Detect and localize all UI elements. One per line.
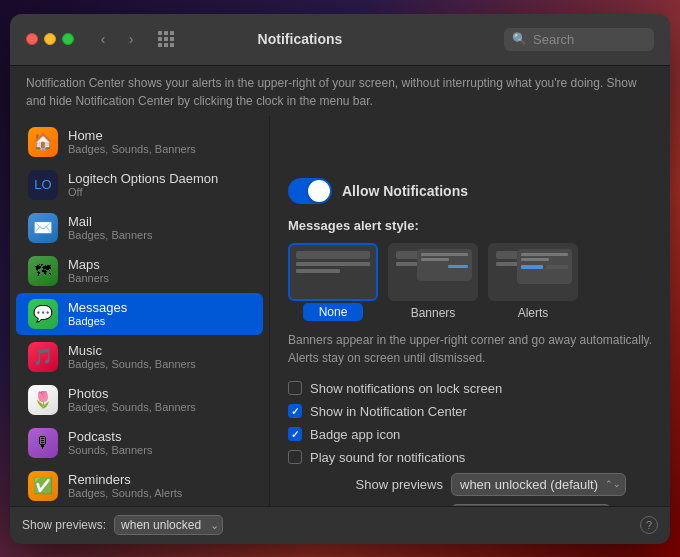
- sound-checkbox-row: Play sound for notifications: [288, 450, 652, 465]
- photos-app-info: Photos Badges, Sounds, Banners: [68, 386, 196, 413]
- search-icon: 🔍: [512, 32, 527, 46]
- sidebar-item-reminders[interactable]: ✅ Reminders Badges, Sounds, Alerts: [16, 465, 263, 506]
- music-app-subtitle: Badges, Sounds, Banners: [68, 358, 196, 370]
- alert-preview-alerts: [488, 243, 578, 301]
- alert-preview-banners: [388, 243, 478, 301]
- messages-app-name: Messages: [68, 300, 127, 315]
- alert-option-none[interactable]: None: [288, 243, 378, 321]
- none-selected-button[interactable]: None: [303, 303, 364, 321]
- show-previews-select[interactable]: always when unlocked (default) never: [451, 473, 626, 496]
- preview-bar: [296, 251, 370, 259]
- home-app-info: Home Badges, Sounds, Banners: [68, 128, 196, 155]
- sound-checkbox[interactable]: [288, 450, 302, 464]
- window-title: Notifications: [108, 31, 492, 47]
- mail-app-subtitle: Badges, Banners: [68, 229, 152, 241]
- sidebar-item-messages[interactable]: 💬 Messages Badges: [16, 293, 263, 335]
- mail-app-icon: ✉️: [28, 213, 58, 243]
- notif-center-checkbox-row: Show in Notification Center: [288, 404, 652, 419]
- sidebar-item-podcasts[interactable]: 🎙 Podcasts Sounds, Banners: [16, 422, 263, 464]
- podcasts-app-info: Podcasts Sounds, Banners: [68, 429, 152, 456]
- popup-btn-1: [521, 265, 543, 269]
- alert-style-label: Messages alert style:: [288, 218, 652, 233]
- banners-option-label: Banners: [411, 306, 456, 320]
- titlebar: ‹ › Notifications 🔍: [10, 14, 670, 66]
- logitech-app-icon: LO: [28, 170, 58, 200]
- alerts-option-label: Alerts: [518, 306, 549, 320]
- reminders-app-icon: ✅: [28, 471, 58, 501]
- reminders-app-info: Reminders Badges, Sounds, Alerts: [68, 472, 182, 499]
- logitech-app-info: Logitech Options Daemon Off: [68, 171, 218, 198]
- alert-option-alerts[interactable]: Alerts: [488, 243, 578, 321]
- sidebar-item-home[interactable]: 🏠 Home Badges, Sounds, Banners: [16, 121, 263, 163]
- badge-checkbox-row: Badge app icon: [288, 427, 652, 442]
- allow-notifications-toggle[interactable]: [288, 178, 332, 204]
- preview-line-short: [296, 269, 340, 273]
- podcasts-app-name: Podcasts: [68, 429, 152, 444]
- logitech-app-name: Logitech Options Daemon: [68, 171, 218, 186]
- sidebar-item-logitech[interactable]: LO Logitech Options Daemon Off: [16, 164, 263, 206]
- sidebar-item-maps[interactable]: 🗺 Maps Banners: [16, 250, 263, 292]
- alert-option-banners[interactable]: Banners: [388, 243, 478, 321]
- home-app-subtitle: Badges, Sounds, Banners: [68, 143, 196, 155]
- show-previews-label: Show previews: [288, 477, 443, 492]
- grouping-select-wrapper: automatic by app off: [451, 504, 611, 506]
- sidebar-item-photos[interactable]: 🌷 Photos Badges, Sounds, Banners: [16, 379, 263, 421]
- minimize-button[interactable]: [44, 33, 56, 45]
- banner-description: Banners appear in the upper-right corner…: [288, 331, 652, 367]
- sidebar-item-mail[interactable]: ✉️ Mail Badges, Banners: [16, 207, 263, 249]
- banner-line: [421, 253, 468, 256]
- popup-line: [521, 253, 568, 256]
- search-box[interactable]: 🔍: [504, 28, 654, 51]
- sidebar-item-music[interactable]: 🎵 Music Badges, Sounds, Banners: [16, 336, 263, 378]
- logitech-app-subtitle: Off: [68, 186, 218, 198]
- close-button[interactable]: [26, 33, 38, 45]
- popup-btn-2: [546, 265, 568, 269]
- alert-popup-preview: [517, 249, 572, 284]
- home-app-icon: 🏠: [28, 127, 58, 157]
- grouping-select[interactable]: automatic by app off: [451, 504, 611, 506]
- search-input[interactable]: [533, 32, 646, 47]
- mail-app-name: Mail: [68, 214, 152, 229]
- messages-app-subtitle: Badges: [68, 315, 127, 327]
- badge-checkbox[interactable]: [288, 427, 302, 441]
- badge-checkbox-label: Badge app icon: [310, 427, 400, 442]
- photos-app-name: Photos: [68, 386, 196, 401]
- podcasts-app-subtitle: Sounds, Banners: [68, 444, 152, 456]
- podcasts-app-icon: 🎙: [28, 428, 58, 458]
- lockscreen-checkbox-row: Show notifications on lock screen: [288, 381, 652, 396]
- alert-options: None: [288, 243, 652, 321]
- main-window: ‹ › Notifications 🔍 Notification Center …: [10, 14, 670, 544]
- preview-lines: [290, 262, 376, 273]
- home-app-name: Home: [68, 128, 196, 143]
- reminders-app-name: Reminders: [68, 472, 182, 487]
- photos-app-icon: 🌷: [28, 385, 58, 415]
- allow-notifications-row: Allow Notifications: [288, 178, 652, 204]
- music-app-info: Music Badges, Sounds, Banners: [68, 343, 196, 370]
- fullscreen-button[interactable]: [62, 33, 74, 45]
- show-previews-row: Show previews always when unlocked (defa…: [288, 473, 652, 496]
- reminders-app-subtitle: Badges, Sounds, Alerts: [68, 487, 182, 499]
- allow-notifications-label: Allow Notifications: [342, 183, 468, 199]
- music-app-name: Music: [68, 343, 196, 358]
- notif-center-checkbox-label: Show in Notification Center: [310, 404, 467, 419]
- maps-app-subtitle: Banners: [68, 272, 109, 284]
- bottom-previews-label: Show previews:: [22, 518, 106, 532]
- lockscreen-checkbox[interactable]: [288, 381, 302, 395]
- bottom-previews-select[interactable]: always when unlocked never: [114, 515, 223, 535]
- traffic-lights: [26, 33, 74, 45]
- popup-buttons: [521, 265, 568, 269]
- messages-app-icon: 💬: [28, 299, 58, 329]
- banner-action: [448, 265, 468, 268]
- show-previews-select-wrapper: always when unlocked (default) never: [451, 473, 626, 496]
- maps-app-name: Maps: [68, 257, 109, 272]
- bottom-select-wrapper: always when unlocked never: [114, 515, 223, 535]
- messages-app-info: Messages Badges: [68, 300, 127, 327]
- popup-line-short: [521, 258, 549, 261]
- mail-app-info: Mail Badges, Banners: [68, 214, 152, 241]
- notif-center-checkbox[interactable]: [288, 404, 302, 418]
- right-panel: Allow Notifications Messages alert style…: [270, 116, 670, 506]
- maps-app-info: Maps Banners: [68, 257, 109, 284]
- panel-content: Allow Notifications Messages alert style…: [270, 116, 670, 506]
- help-button[interactable]: ?: [640, 516, 658, 534]
- photos-app-subtitle: Badges, Sounds, Banners: [68, 401, 196, 413]
